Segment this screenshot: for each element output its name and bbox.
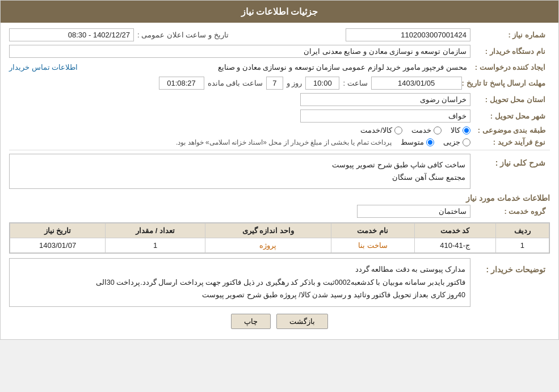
deadline-days: 7: [266, 77, 283, 90]
creator-value: محسن فرجپور مامور خرید لوازم عمومی سازما…: [78, 61, 470, 73]
creator-label: ایجاد کننده درخواست :: [470, 63, 550, 71]
announce-label: تاریخ و ساعت اعلان عمومی :: [137, 31, 229, 39]
deadline-time-label: ساعت :: [343, 79, 367, 87]
row-buyer-org: نام دستگاه خریدار : سازمان توسعه و نوساز…: [9, 45, 550, 58]
purchase-motevasset[interactable]: متوسط: [401, 138, 434, 146]
category-label: طبقه بندی موضوعی :: [470, 126, 550, 134]
row-purchase-type: نوع فرآیند خرید : جزیی متوسط پرداخت تمام…: [9, 138, 550, 146]
row-service-group: گروه خدمت : ساختمان: [9, 205, 550, 218]
category-khadamat-radio[interactable]: [434, 127, 442, 134]
cell-qty: 1: [106, 238, 205, 253]
province-value: خراسان رضوی: [300, 93, 470, 106]
page-header: جزئیات اطلاعات نیاز: [1, 1, 558, 23]
city-label: شهر محل تحویل :: [470, 112, 550, 120]
buyer-org-value: سازمان توسعه و نوسازی معادن و صنایع معدن…: [9, 45, 470, 58]
buyer-notes-value: مدارک پیوستی به دقت مطالعه گرددفاکتور با…: [9, 258, 470, 307]
category-khadamat-label: خدمت: [411, 126, 431, 134]
buyer-notes-text: مدارک پیوستی به دقت مطالعه گرددفاکتور با…: [96, 265, 465, 299]
row-description: شرح کلی نیاز : ساخت کافی شاپ طبق شرح تصو…: [9, 154, 550, 189]
cell-service-name[interactable]: ساخت بنا: [331, 238, 414, 253]
services-section-title: اطلاعات خدمات مورد نیاز: [9, 193, 550, 203]
col-qty: تعداد / مقدار: [106, 224, 205, 238]
purchase-jozii-label: جزیی: [443, 138, 460, 146]
service-group-value: ساختمان: [357, 205, 470, 218]
deadline-fields: 1403/01/05 ساعت : 10:00 روز و 7 ساعت باق…: [159, 77, 462, 90]
row-need-number: شماره نیاز : 1102003007001424 تاریخ و سا…: [9, 28, 550, 41]
col-date: تاریخ نیاز: [10, 224, 106, 238]
announce-value: 1402/12/27 - 08:30: [9, 28, 134, 41]
content-area: شماره نیاز : 1102003007001424 تاریخ و سا…: [1, 23, 558, 339]
services-table: ردیف کد خدمت نام خدمت واحد اندازه گیری ت…: [10, 223, 549, 253]
category-kala[interactable]: کالا: [451, 126, 470, 134]
table-row: 1 ج-41-410 ساخت بنا پروژه 1 1403/01/07: [10, 238, 549, 253]
need-number-value: 1102003007001424: [346, 28, 470, 41]
deadline-remain: 01:08:27: [159, 77, 204, 90]
description-label: شرح کلی نیاز :: [470, 158, 550, 167]
page-wrapper: جزئیات اطلاعات نیاز شماره نیاز : 1102003…: [0, 0, 559, 340]
need-number-label: شماره نیاز :: [470, 31, 550, 39]
deadline-date: 1403/01/05: [371, 77, 462, 90]
row-category: طبقه بندی موضوعی : کالا خدمت کالا/خدمت: [9, 126, 550, 134]
table-header-row: ردیف کد خدمت نام خدمت واحد اندازه گیری ت…: [10, 224, 549, 238]
col-unit: واحد اندازه گیری: [205, 224, 331, 238]
cell-date: 1403/01/07: [10, 238, 106, 253]
category-kala-label: کالا: [451, 126, 460, 134]
cell-row-num: 1: [495, 238, 549, 253]
city-value: خواف: [300, 109, 470, 123]
purchase-jozii[interactable]: جزیی: [443, 138, 470, 146]
deadline-label: مهلت ارسال پاسخ تا تاریخ :: [462, 79, 550, 87]
row-buyer-notes: توضیحات خریدار : مدارک پیوستی به دقت مطا…: [9, 258, 550, 307]
row-creator: ایجاد کننده درخواست : محسن فرجپور مامور …: [9, 61, 550, 73]
purchase-motevasset-radio[interactable]: [426, 138, 434, 146]
category-khadamat[interactable]: خدمت: [411, 126, 442, 134]
deadline-time: 10:00: [305, 77, 339, 90]
purchase-note: پرداخت تمام یا بخشی از مبلغ خریدار از مح…: [176, 138, 392, 146]
cell-unit[interactable]: پروژه: [205, 238, 331, 253]
deadline-day-label: روز و: [287, 79, 302, 87]
row-deadline: مهلت ارسال پاسخ تا تاریخ : 1403/01/05 سا…: [9, 77, 550, 90]
purchase-jozii-radio[interactable]: [463, 138, 470, 146]
page-title: جزئیات اطلاعات نیاز: [241, 7, 318, 16]
category-kala-khadamat[interactable]: کالا/خدمت: [360, 126, 402, 134]
purchase-motevasset-label: متوسط: [401, 138, 424, 146]
buyer-org-label: نام دستگاه خریدار :: [470, 47, 550, 56]
col-service-code: کد خدمت: [414, 224, 495, 238]
service-group-label: گروه خدمت :: [470, 207, 550, 216]
category-kala-khadamat-radio[interactable]: [394, 127, 402, 134]
creator-link[interactable]: اطلاعات تماس خریدار: [9, 63, 78, 71]
description-text: ساخت کافی شاپ طبق شرح تصویر پیوستمجتمع س…: [332, 161, 465, 182]
col-row-num: ردیف: [495, 224, 549, 238]
buyer-notes-label: توضیحات خریدار :: [470, 263, 550, 274]
description-value: ساخت کافی شاپ طبق شرح تصویر پیوستمجتمع س…: [9, 154, 470, 189]
purchase-type-label: نوع فرآیند خرید :: [470, 138, 550, 146]
category-radio-group: کالا خدمت کالا/خدمت: [360, 126, 470, 134]
print-button[interactable]: چاپ: [231, 314, 271, 329]
col-service-name: نام خدمت: [331, 224, 414, 238]
cell-service-code: ج-41-410: [414, 238, 495, 253]
row-city: شهر محل تحویل : خواف: [9, 109, 550, 123]
province-label: استان محل تحویل :: [470, 95, 550, 104]
category-kala-khadamat-label: کالا/خدمت: [360, 126, 392, 134]
services-table-container: ردیف کد خدمت نام خدمت واحد اندازه گیری ت…: [9, 222, 550, 254]
back-button[interactable]: بازگشت: [276, 314, 328, 329]
row-province: استان محل تحویل : خراسان رضوی: [9, 93, 550, 106]
separator-1: [9, 150, 550, 150]
button-row: بازگشت چاپ: [9, 314, 550, 329]
purchase-radio-group: جزیی متوسط: [401, 138, 470, 146]
category-kala-radio[interactable]: [463, 127, 470, 134]
deadline-remain-label: ساعت باقی مانده: [208, 79, 263, 87]
